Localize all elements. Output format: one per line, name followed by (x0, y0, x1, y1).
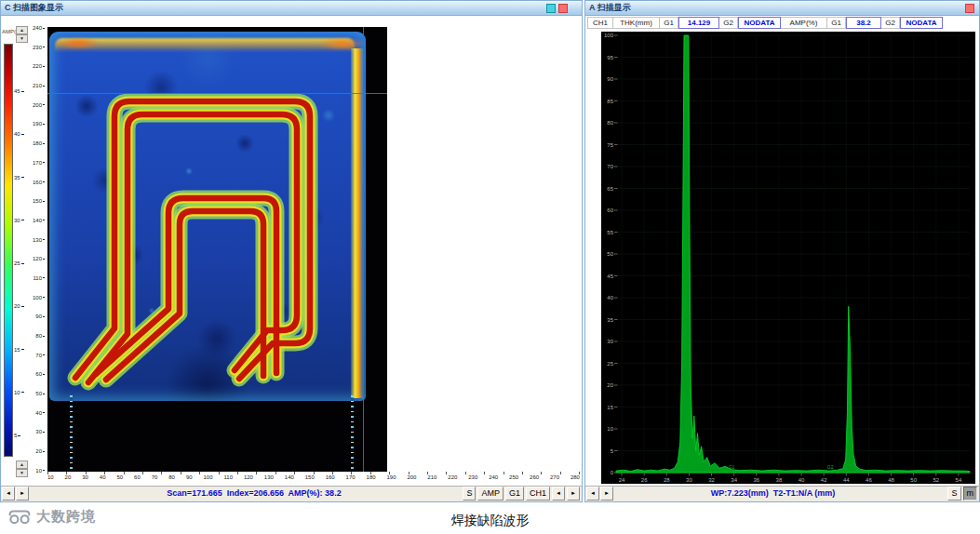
index-ruler-label: 70 (27, 353, 45, 358)
svg-text:85: 85 (607, 99, 613, 104)
svg-text:30: 30 (686, 477, 692, 483)
ascan-m-button[interactable]: m (963, 487, 978, 501)
svg-text:40: 40 (607, 295, 613, 300)
index-ruler-label: 130 (27, 237, 45, 243)
svg-text:0: 0 (611, 470, 614, 475)
svg-text:95: 95 (607, 55, 613, 60)
cscan-titlebar: C 扫描图象显示 (1, 1, 582, 16)
scan-ruler-label: 180 (367, 474, 376, 483)
svg-text:35: 35 (607, 317, 613, 323)
scan-ruler-label: 150 (305, 474, 315, 483)
ascan-panel-title: A 扫描显示 (585, 1, 979, 15)
svg-text:54: 54 (956, 477, 962, 483)
scan-ruler-label: 280 (571, 474, 580, 483)
index-ruler-label: 180 (27, 140, 45, 146)
cscan-readout-text: Scan=171.665 Index=206.656 AMP(%): 38.2 (57, 488, 451, 498)
index-ruler-label: 40 (27, 410, 45, 416)
scan-ruler: 1020304050607080901001101201301401501601… (47, 474, 580, 483)
svg-text:G2: G2 (827, 464, 834, 470)
svg-text:20: 20 (607, 382, 613, 388)
amp-g1-label: G1 (827, 17, 846, 29)
index-ruler-label: 150 (27, 198, 45, 204)
cscan-next-icon[interactable]: ► (567, 487, 580, 501)
index-ruler-label: 20 (27, 448, 45, 454)
cscan-prev-icon[interactable]: ◄ (552, 487, 565, 501)
scan-ruler-label: 140 (285, 474, 294, 483)
cscan-close-button[interactable] (558, 4, 568, 13)
cscan-amp-button[interactable]: AMP (477, 487, 503, 501)
scan-ruler-label: 60 (134, 474, 141, 483)
svg-text:10: 10 (607, 426, 613, 432)
cscan-panel: C 扫描图象显示 AMP(%) ▲ ▼ 45403530252015105 ▲ … (0, 0, 583, 502)
scan-ruler-label: 270 (550, 474, 559, 483)
svg-text:48: 48 (888, 477, 894, 483)
svg-text:38: 38 (776, 477, 783, 483)
scan-ruler-label: 260 (530, 474, 539, 483)
svg-text:46: 46 (866, 477, 872, 483)
figure-caption: 焊接缺陷波形 (0, 513, 980, 529)
cscan-panel-title: C 扫描图象显示 (1, 1, 582, 15)
scan-ruler-label: 40 (100, 474, 106, 483)
index-ruler-label: 60 (27, 371, 45, 377)
scan-ruler-label: 170 (346, 474, 356, 483)
thk-g1-label: G1 (660, 17, 678, 29)
cscan-image[interactable] (47, 27, 387, 472)
svg-text:44: 44 (843, 477, 850, 483)
scan-ruler-label: 30 (82, 474, 88, 483)
svg-text:32: 32 (708, 477, 715, 483)
index-ruler-label: 200 (27, 102, 45, 108)
scan-ruler-label: 80 (168, 474, 175, 483)
thk-label: THK(mm) (613, 17, 660, 29)
amplitude-colorbar (4, 44, 13, 457)
scan-ruler-label: 250 (509, 474, 518, 483)
cscan-ch1-button[interactable]: CH1 (526, 487, 550, 501)
cscan-s-button[interactable]: S (463, 487, 476, 501)
cscan-scroll-left-icon[interactable]: ◄ (2, 487, 15, 501)
svg-text:24: 24 (619, 477, 625, 483)
amp-g1-value: 38.2 (846, 17, 881, 29)
ascan-waveform-svg: 0510152025303540455055606570758085909510… (601, 32, 975, 484)
ascan-statusbar: ◄ ► WP:7.223(mm) T2-T1:N/A (mm) S m (585, 486, 979, 501)
index-ruler-label: 120 (27, 256, 45, 261)
index-cursor-line[interactable] (47, 93, 387, 94)
index-ruler-label: 190 (27, 121, 45, 127)
index-ruler-label: 50 (27, 391, 45, 396)
ascan-panel: A 扫描显示 CH1THK(mm)G114.129G2NODATAAMP(%)G… (584, 0, 980, 502)
ascan-scroll-right-icon[interactable]: ► (600, 487, 613, 501)
ascan-close-button[interactable] (965, 4, 974, 13)
ascan-scroll-left-icon[interactable]: ◄ (586, 487, 599, 501)
scan-ruler-label: 120 (244, 474, 253, 483)
scan-cursor-line[interactable] (363, 27, 364, 472)
svg-text:25: 25 (607, 361, 613, 367)
cscan-scroll-right-icon[interactable]: ► (16, 487, 29, 501)
svg-text:15: 15 (607, 405, 613, 410)
amp-g2-value: NODATA (900, 17, 943, 29)
scan-ruler-label: 230 (468, 474, 477, 483)
index-ruler-label: 160 (27, 180, 45, 185)
scan-ruler-label: 70 (152, 474, 158, 483)
index-ruler-label: 170 (27, 160, 45, 166)
cscan-indication-column-left (70, 395, 73, 470)
index-ruler-label: 230 (27, 45, 45, 50)
index-ruler-label: 30 (27, 429, 45, 434)
index-ruler-label: 80 (27, 333, 45, 339)
index-ruler-label: 240 (27, 25, 45, 31)
svg-text:34: 34 (731, 477, 737, 483)
scan-ruler-label: 160 (326, 474, 335, 483)
svg-text:75: 75 (607, 142, 613, 148)
cscan-minimize-button[interactable] (546, 4, 556, 13)
thk-g2-label: G2 (719, 17, 738, 29)
svg-text:42: 42 (821, 477, 827, 483)
ascan-plot[interactable]: 0510152025303540455055606570758085909510… (601, 32, 975, 484)
ascan-s-button[interactable]: S (947, 487, 960, 501)
index-ruler-label: 220 (27, 63, 45, 69)
scan-ruler-label: 100 (203, 474, 212, 483)
scan-ruler-label: 130 (264, 474, 274, 483)
cscan-indication-column-right (351, 395, 354, 470)
ascan-readout-text: WP:7.223(mm) T2-T1:N/A (mm) (632, 488, 914, 498)
cscan-g1-button[interactable]: G1 (505, 487, 524, 501)
ascan-titlebar: A 扫描显示 (585, 1, 979, 16)
scan-ruler-label: 200 (407, 474, 416, 483)
index-ruler-label: 10 (27, 468, 45, 474)
amp-g2-label: G2 (881, 17, 900, 29)
